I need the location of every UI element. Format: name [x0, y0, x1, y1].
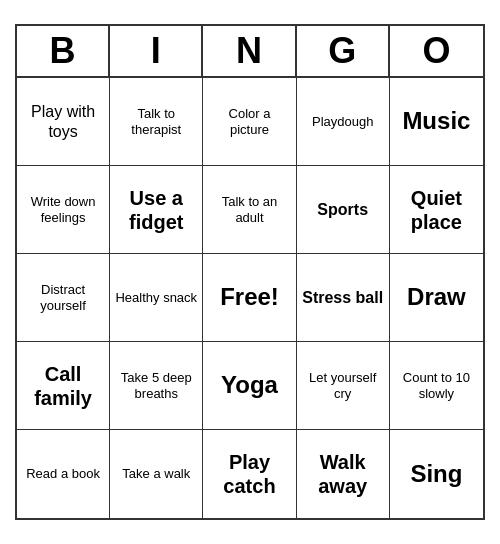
- cell-text: Yoga: [221, 371, 278, 400]
- cell-text: Free!: [220, 283, 279, 312]
- cell-text: Count to 10 slowly: [394, 370, 479, 401]
- cell-text: Sing: [410, 460, 462, 489]
- cell-text: Walk away: [301, 450, 385, 498]
- header-letter: B: [17, 26, 110, 76]
- bingo-cell[interactable]: Playdough: [297, 78, 390, 166]
- bingo-cell[interactable]: Count to 10 slowly: [390, 342, 483, 430]
- bingo-cell[interactable]: Color a picture: [203, 78, 296, 166]
- header-letter: G: [297, 26, 390, 76]
- bingo-header: BINGO: [17, 26, 483, 78]
- cell-text: Write down feelings: [21, 194, 105, 225]
- bingo-cell[interactable]: Draw: [390, 254, 483, 342]
- cell-text: Sports: [317, 200, 368, 219]
- bingo-cell[interactable]: Talk to therapist: [110, 78, 203, 166]
- bingo-cell[interactable]: Walk away: [297, 430, 390, 518]
- cell-text: Talk to an adult: [207, 194, 291, 225]
- cell-text: Play with toys: [21, 102, 105, 140]
- bingo-cell[interactable]: Talk to an adult: [203, 166, 296, 254]
- cell-text: Quiet place: [394, 186, 479, 234]
- cell-text: Music: [402, 107, 470, 136]
- bingo-cell[interactable]: Play with toys: [17, 78, 110, 166]
- cell-text: Playdough: [312, 114, 373, 130]
- header-letter: I: [110, 26, 203, 76]
- cell-text: Let yourself cry: [301, 370, 385, 401]
- bingo-cell[interactable]: Sports: [297, 166, 390, 254]
- bingo-cell[interactable]: Call family: [17, 342, 110, 430]
- bingo-cell[interactable]: Music: [390, 78, 483, 166]
- bingo-cell[interactable]: Stress ball: [297, 254, 390, 342]
- bingo-cell[interactable]: Let yourself cry: [297, 342, 390, 430]
- bingo-cell[interactable]: Read a book: [17, 430, 110, 518]
- bingo-cell[interactable]: Take 5 deep breaths: [110, 342, 203, 430]
- cell-text: Use a fidget: [114, 186, 198, 234]
- cell-text: Call family: [21, 362, 105, 410]
- bingo-cell[interactable]: Play catch: [203, 430, 296, 518]
- cell-text: Take a walk: [122, 466, 190, 482]
- bingo-cell[interactable]: Yoga: [203, 342, 296, 430]
- bingo-cell[interactable]: Distract yourself: [17, 254, 110, 342]
- cell-text: Take 5 deep breaths: [114, 370, 198, 401]
- cell-text: Color a picture: [207, 106, 291, 137]
- bingo-cell[interactable]: Quiet place: [390, 166, 483, 254]
- bingo-cell[interactable]: Free!: [203, 254, 296, 342]
- bingo-cell[interactable]: Write down feelings: [17, 166, 110, 254]
- cell-text: Healthy snack: [115, 290, 197, 306]
- cell-text: Talk to therapist: [114, 106, 198, 137]
- cell-text: Distract yourself: [21, 282, 105, 313]
- cell-text: Stress ball: [302, 288, 383, 307]
- cell-text: Draw: [407, 283, 466, 312]
- cell-text: Play catch: [207, 450, 291, 498]
- cell-text: Read a book: [26, 466, 100, 482]
- bingo-cell[interactable]: Use a fidget: [110, 166, 203, 254]
- bingo-cell[interactable]: Healthy snack: [110, 254, 203, 342]
- bingo-grid: Play with toysTalk to therapistColor a p…: [17, 78, 483, 518]
- bingo-cell[interactable]: Sing: [390, 430, 483, 518]
- bingo-cell[interactable]: Take a walk: [110, 430, 203, 518]
- bingo-card: BINGO Play with toysTalk to therapistCol…: [15, 24, 485, 520]
- header-letter: N: [203, 26, 296, 76]
- header-letter: O: [390, 26, 483, 76]
